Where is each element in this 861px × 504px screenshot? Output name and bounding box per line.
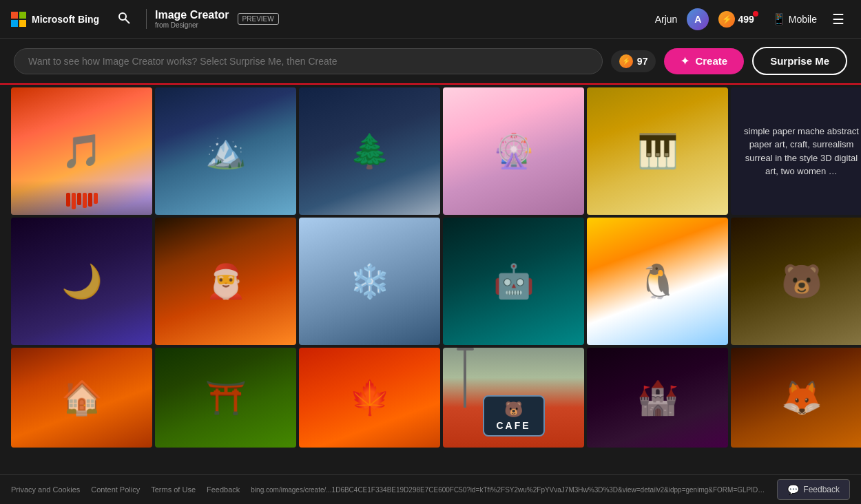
image-item-5[interactable]: 🎹 [587,87,728,215]
image-item-12[interactable]: 🐻 [731,218,861,345]
surprise-me-button[interactable]: Surprise Me [752,47,847,75]
image-item-15[interactable]: 🍁 [299,348,440,448]
image-emoji-5: 🎹 [637,132,678,171]
image-emoji-10: 🤖 [493,262,535,301]
notification-dot [753,11,758,17]
svg-rect-1 [19,12,26,19]
svg-point-4 [119,13,126,20]
mobile-icon: 📱 [772,12,786,25]
mobile-label: 📱 Mobile [772,12,817,25]
search-button[interactable] [113,7,135,31]
image-emoji-2: 🏔️ [205,132,247,171]
footer-link-terms[interactable]: Terms of Use [151,485,196,494]
search-bar-area: ⚡ 97 ✦ Create Surprise Me [0,39,861,85]
image-item-6[interactable]: simple paper mache abstract paper art, c… [731,87,861,215]
create-icon: ✦ [681,55,689,67]
image-emoji-7: 🌙 [61,262,103,301]
image-item-13[interactable]: 🏠 [11,348,152,448]
footer-links: Privacy and Cookies Content Policy Terms… [11,485,240,494]
image-item-7[interactable]: 🌙 [11,218,152,345]
image-item-4[interactable]: 🎡 [443,87,584,215]
image-emoji-8: 🎅 [205,262,247,301]
svg-line-5 [125,19,129,23]
user-name: Arjun [655,14,678,25]
svg-rect-3 [19,20,26,27]
coins-small-display: ⚡ 97 [611,50,656,72]
image-creator-logo: Image Creator from Designer [146,9,229,29]
image-item-10[interactable]: 🤖 [443,218,584,345]
feedback-button[interactable]: 💬 Feedback [777,479,850,500]
footer-link-content-policy[interactable]: Content Policy [91,485,140,494]
image-emoji-15: 🍁 [349,379,391,417]
image-item-3[interactable]: 🌲 [299,87,440,215]
footer-url: bing.com/images/create/...1D6BC4CE1F334B… [251,486,766,494]
windows-icon [11,12,26,27]
create-label: Create [695,55,727,67]
image-item-11[interactable]: 🐧 [587,218,728,345]
preview-badge: PREVIEW [238,13,279,25]
image-emoji-9: ❄️ [349,262,391,301]
coins-small-icon: ⚡ [619,54,633,68]
image-emoji-13: 🏠 [61,379,103,417]
coins-display: ⚡ 499 [718,11,762,28]
image-item-17[interactable]: 🏰 [587,348,728,448]
microsoft-logo: Microsoft Bing [11,12,99,27]
cafe-text: CAFE [492,420,535,431]
image-grid: 🎵 🏔️ 🌲 🎡 🎹 simple paper mache abstract p… [0,85,861,450]
coins-count: 499 [738,14,754,25]
image-emoji-17: 🏰 [637,379,678,417]
feedback-label: Feedback [803,485,840,494]
avatar[interactable]: A [687,8,709,30]
image-emoji-3: 🌲 [349,132,391,171]
microsoft-bing-label: Microsoft Bing [32,14,99,25]
image-text-content: simple paper mache abstract paper art, c… [742,125,861,178]
image-item-2[interactable]: 🏔️ [155,87,296,215]
coins-small-count: 97 [637,56,648,67]
svg-rect-0 [11,12,18,19]
feedback-icon: 💬 [787,484,799,495]
image-emoji-11: 🐧 [637,262,678,301]
coin-icon: ⚡ [718,11,735,28]
svg-rect-2 [11,20,18,27]
image-item-1[interactable]: 🎵 [11,87,152,215]
header: Microsoft Bing Image Creator from Design… [0,0,861,39]
image-item-18[interactable]: 🦊 [731,348,861,448]
image-emoji-1: 🎵 [61,132,103,171]
header-right: Arjun A ⚡ 499 📱 Mobile ☰ [655,8,850,30]
image-item-9[interactable]: ❄️ [299,218,440,345]
image-emoji-18: 🦊 [781,379,822,417]
image-emoji-14: ⛩️ [205,379,247,417]
image-item-8[interactable]: 🎅 [155,218,296,345]
image-item-16[interactable]: 🐻 CAFE [443,348,584,448]
footer-link-privacy[interactable]: Privacy and Cookies [11,485,80,494]
from-designer-label: from Designer [155,21,229,29]
search-icon [117,11,131,25]
create-button[interactable]: ✦ Create [664,48,744,74]
cafe-bear-icon: 🐻 [492,401,535,419]
search-input[interactable] [14,48,603,74]
hamburger-menu-button[interactable]: ☰ [827,8,850,30]
footer: Privacy and Cookies Content Policy Terms… [0,474,861,504]
image-emoji-12: 🐻 [781,262,822,301]
footer-link-feedback[interactable]: Feedback [207,485,240,494]
image-item-14[interactable]: ⛩️ [155,348,296,448]
image-emoji-4: 🎡 [493,132,535,171]
image-creator-title: Image Creator [155,9,229,21]
